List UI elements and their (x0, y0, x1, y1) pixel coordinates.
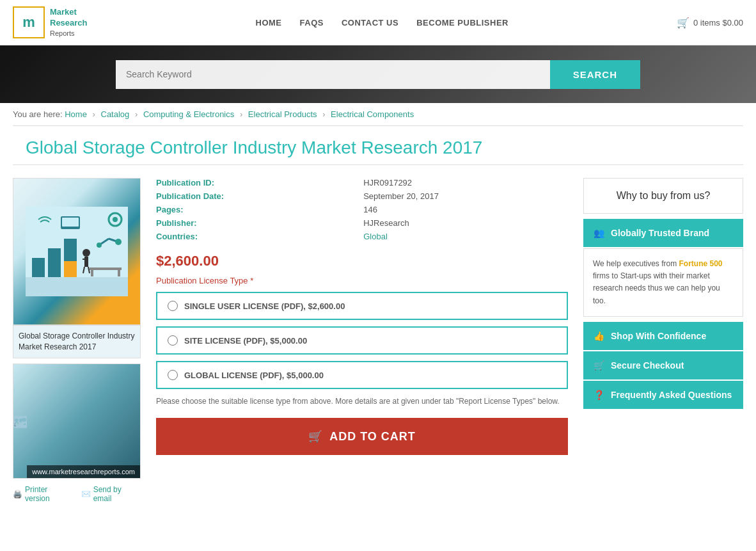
shop-confidence-label: Shop With Confidence (611, 331, 706, 341)
license-note: Please choose the suitable license type … (156, 395, 568, 408)
faq-icon: ❓ (594, 390, 604, 400)
license-option-site[interactable]: SITE LICENSE (PDF), $5,000.00 (156, 326, 568, 355)
logo-icon: m (13, 6, 45, 38)
license-label-single[interactable]: SINGLE USER LICENSE (PDF), $2,600.00 (184, 301, 345, 311)
svg-rect-1 (26, 277, 128, 296)
svg-rect-7 (84, 257, 88, 267)
license-label: Publication License Type * (156, 276, 568, 285)
product-card-title: Global Storage Controller Industry Marke… (19, 331, 134, 351)
svg-rect-20 (91, 270, 93, 276)
cart-icon: 🛒 (677, 17, 689, 29)
nav-contact[interactable]: CONTACT US (342, 18, 398, 28)
svg-rect-18 (62, 218, 79, 227)
search-input[interactable] (116, 60, 550, 89)
label-countries: Countries: (156, 232, 353, 241)
trusted-text-after: firms to Start-ups with their market res… (593, 271, 720, 305)
email-link[interactable]: ✉️ Send by email (81, 485, 141, 503)
logo[interactable]: m MarketResearchReports (13, 6, 88, 38)
world-map-illustration (13, 366, 27, 478)
license-label-site[interactable]: SITE LICENSE (PDF), $5,000.00 (184, 336, 307, 346)
svg-rect-19 (90, 268, 122, 270)
breadcrumb-home[interactable]: Home (65, 109, 87, 119)
sep1: › (93, 109, 95, 119)
svg-point-25 (19, 419, 22, 422)
license-radio-site[interactable] (168, 335, 178, 346)
sep2: › (135, 109, 138, 119)
license-radio-global[interactable] (168, 370, 178, 380)
label-pages: Pages: (156, 205, 353, 214)
svg-point-14 (115, 239, 122, 245)
product-illustration (26, 207, 128, 296)
svg-rect-3 (48, 248, 61, 277)
email-icon: ✉️ (81, 490, 91, 499)
breadcrumb-prefix: You are here: (13, 109, 63, 119)
sep4: › (322, 109, 325, 119)
meta-table: Publication ID: HJR0917292 Publication D… (156, 178, 568, 241)
logo-text: MarketResearchReports (50, 7, 88, 38)
license-option-single[interactable]: SINGLE USER LICENSE (PDF), $2,600.00 (156, 292, 568, 320)
search-bar: SEARCH (116, 60, 640, 89)
svg-point-26 (22, 418, 26, 422)
value-pages: 146 (363, 205, 568, 214)
secure-checkout-button[interactable]: 🛒 Secure Checkout (583, 351, 743, 379)
search-button[interactable]: SEARCH (550, 60, 640, 89)
why-buy-box: Why to buy from us? (583, 178, 743, 214)
license-label-global[interactable]: GLOBAL LICENSE (PDF), $5,000.00 (184, 371, 324, 380)
breadcrumb-components[interactable]: Electrical Components (331, 109, 414, 119)
faq-label: Frequently Asked Questions (611, 390, 732, 400)
users-icon: 👥 (594, 228, 604, 238)
svg-point-23 (15, 419, 19, 422)
main-nav: HOME FAQS CONTACT US BECOME PUBLISHER (256, 18, 508, 28)
svg-rect-2 (32, 258, 45, 277)
sidebar: Why to buy from us? 👥 Globally Trusted B… (583, 178, 743, 503)
value-pub-id: HJR0917292 (363, 178, 568, 188)
breadcrumb-catalog[interactable]: Catalog (101, 109, 130, 119)
license-radio-single[interactable] (168, 301, 178, 311)
printer-icon: 🖨️ (13, 490, 22, 499)
hero-section: SEARCH (0, 45, 756, 103)
svg-point-13 (97, 243, 102, 248)
svg-rect-5 (64, 261, 77, 277)
product-image-bottom: www.marketresearchreports.com (13, 363, 141, 479)
breadcrumb: You are here: Home › Catalog › Computing… (0, 103, 756, 125)
product-price: $2,600.00 (156, 253, 568, 269)
trusted-text-before: We help executives from (593, 259, 679, 268)
thumbs-up-icon: 👍 (594, 331, 604, 341)
cart-btn-icon: 🛒 (308, 429, 323, 443)
trusted-brand-button[interactable]: 👥 Globally Trusted Brand (583, 219, 743, 247)
svg-point-6 (83, 249, 90, 257)
nav-faqs[interactable]: FAQS (300, 18, 324, 28)
breadcrumb-electrical[interactable]: Electrical Products (248, 109, 317, 119)
nav-publisher[interactable]: BECOME PUBLISHER (416, 18, 508, 28)
shop-confidence-button[interactable]: 👍 Shop With Confidence (583, 322, 743, 350)
why-buy-label: Why to buy from us? (617, 190, 711, 201)
header: m MarketResearchReports HOME FAQS CONTAC… (0, 0, 756, 45)
image-caption: www.marketresearchreports.com (27, 465, 140, 478)
value-countries: Global (363, 232, 568, 241)
product-image-top (13, 178, 141, 325)
value-pub-date: September 20, 2017 (363, 191, 568, 201)
cart-area[interactable]: 🛒 0 items $0.00 (677, 17, 743, 29)
sep3: › (240, 109, 242, 119)
product-actions: 🖨️ Printer version ✉️ Send by email (13, 485, 141, 503)
svg-point-27 (24, 423, 26, 425)
svg-point-16 (113, 217, 118, 222)
printer-link[interactable]: 🖨️ Printer version (13, 485, 74, 503)
main-content: Global Storage Controller Industry Marke… (0, 178, 756, 516)
nav-home[interactable]: HOME (256, 18, 282, 28)
trusted-brand-label: Globally Trusted Brand (611, 228, 709, 238)
product-images: Global Storage Controller Industry Marke… (13, 178, 141, 503)
faq-button[interactable]: ❓ Frequently Asked Questions (583, 381, 743, 409)
label-publisher: Publisher: (156, 218, 353, 228)
cart-label: 0 items $0.00 (693, 18, 743, 28)
label-pub-date: Publication Date: (156, 191, 353, 201)
license-option-global[interactable]: GLOBAL LICENSE (PDF), $5,000.00 (156, 361, 568, 389)
fortune-text: Fortune 500 (679, 259, 723, 268)
cart-secure-icon: 🛒 (594, 360, 604, 371)
product-title-card: Global Storage Controller Industry Marke… (13, 325, 141, 358)
svg-rect-21 (118, 270, 120, 276)
breadcrumb-computing[interactable]: Computing & Electronics (143, 109, 234, 119)
trusted-brand-content: We help executives from Fortune 500 firm… (583, 248, 743, 317)
add-to-cart-button[interactable]: 🛒 ADD TO CART (156, 418, 568, 455)
required-asterisk: * (250, 276, 253, 285)
